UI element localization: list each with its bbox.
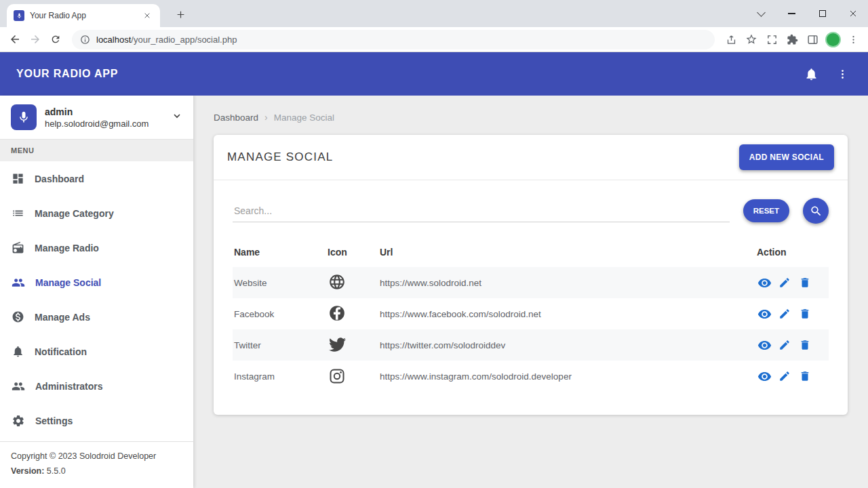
extensions-puzzle-icon[interactable]	[783, 30, 802, 49]
gear-icon	[12, 414, 25, 428]
window-minimize-icon[interactable]	[776, 0, 807, 27]
table-row: Instagram https://www.instagram.com/solo…	[233, 361, 829, 392]
app-title: YOUR RADIO APP	[16, 68, 118, 80]
eye-icon	[757, 338, 772, 352]
cell-url: https://www.instagram.com/solodroid.deve…	[378, 361, 755, 392]
edit-button[interactable]	[777, 369, 792, 384]
share-icon[interactable]	[722, 30, 741, 49]
site-info-icon[interactable]	[80, 35, 90, 45]
sidebar-item-manage-ads[interactable]: Manage Ads	[0, 300, 193, 334]
url-text: localhost/your_radio_app/social.php	[96, 35, 237, 45]
bookmark-star-icon[interactable]	[742, 30, 761, 49]
main-content: Dashboard › Manage Social MANAGE SOCIAL …	[193, 96, 868, 488]
tab-favicon-icon	[14, 10, 24, 21]
edit-button[interactable]	[777, 306, 792, 321]
cell-url: https://www.solodroid.net	[378, 267, 755, 298]
facebook-icon	[328, 304, 347, 323]
refresh-icon[interactable]	[46, 30, 65, 49]
edit-button[interactable]	[777, 275, 792, 290]
browser-menu-kebab-icon[interactable]	[844, 30, 863, 49]
sidebar-item-notification[interactable]: Notification	[0, 334, 193, 369]
forward-icon[interactable]	[26, 30, 45, 49]
edit-button[interactable]	[777, 338, 792, 352]
view-button[interactable]	[757, 275, 772, 290]
sidebar-item-manage-social[interactable]: Manage Social	[0, 265, 193, 300]
column-header-action: Action	[755, 239, 829, 267]
new-tab-button[interactable]	[171, 5, 190, 24]
window-close-icon[interactable]	[837, 0, 868, 27]
browser-tab[interactable]: Your Radio App	[7, 4, 160, 27]
sidebar-item-administrators[interactable]: Administrators	[0, 369, 193, 403]
radio-icon	[12, 241, 24, 254]
search-input[interactable]	[233, 200, 730, 222]
add-new-social-button[interactable]: ADD NEW SOCIAL	[739, 144, 834, 170]
profile-avatar[interactable]	[823, 30, 842, 49]
eye-icon	[757, 369, 772, 384]
profile-avatar-mic-icon	[11, 104, 37, 130]
cell-url: https://www.facebook.com/solodroid.net	[378, 298, 755, 329]
delete-button[interactable]	[797, 369, 812, 384]
cell-name: Facebook	[233, 298, 326, 329]
profile-section[interactable]: admin help.solodroid@gmail.com	[0, 96, 193, 139]
table-row: Facebook https://www.facebook.com/solodr…	[233, 298, 829, 329]
header-menu-kebab-icon[interactable]	[833, 64, 852, 83]
eye-icon	[757, 276, 772, 290]
eye-icon	[757, 307, 772, 321]
window-maximize-icon[interactable]	[807, 0, 837, 27]
app-header: YOUR RADIO APP	[0, 52, 868, 96]
version-text: Version: 5.5.0	[11, 464, 182, 479]
sidebar-item-manage-radio[interactable]: Manage Radio	[0, 230, 193, 265]
dashboard-icon	[12, 172, 24, 185]
view-button[interactable]	[757, 306, 772, 321]
cell-url: https://twitter.com/solodroiddev	[378, 329, 755, 361]
column-header-url: Url	[378, 239, 755, 267]
chevron-down-icon[interactable]	[172, 110, 182, 124]
trash-icon	[799, 277, 811, 289]
table-row: Website https://www.solodroid.net	[233, 267, 829, 298]
delete-button[interactable]	[797, 306, 812, 321]
delete-button[interactable]	[797, 275, 812, 290]
reset-button[interactable]: RESET	[743, 199, 789, 222]
bell-icon	[12, 345, 24, 358]
address-bar[interactable]: localhost/your_radio_app/social.php	[72, 30, 715, 49]
globe-icon	[328, 272, 347, 291]
list-icon	[12, 207, 24, 220]
breadcrumb-dashboard-link[interactable]: Dashboard	[214, 113, 258, 123]
back-icon[interactable]	[5, 30, 24, 49]
pencil-icon	[778, 339, 791, 351]
search-icon	[810, 205, 823, 218]
people-icon	[12, 380, 25, 393]
column-header-name: Name	[233, 239, 326, 267]
browser-tab-strip: Your Radio App	[0, 0, 868, 27]
cell-name: Instagram	[233, 361, 326, 392]
people-icon	[12, 276, 25, 289]
sidebar-item-dashboard[interactable]: Dashboard	[0, 161, 193, 196]
delete-button[interactable]	[797, 338, 812, 352]
sidebar-item-manage-category[interactable]: Manage Category	[0, 196, 193, 230]
copyright-text: Copyright © 2023 Solodroid Developer	[11, 449, 182, 464]
breadcrumb-current: Manage Social	[274, 113, 334, 123]
notifications-bell-icon[interactable]	[802, 64, 821, 83]
view-button[interactable]	[757, 369, 772, 384]
search-button[interactable]	[803, 198, 829, 224]
trash-icon	[799, 370, 811, 382]
menu-section-label: MENU	[0, 139, 193, 161]
pencil-icon	[778, 370, 791, 382]
side-panel-icon[interactable]	[803, 30, 822, 49]
cell-name: Website	[233, 267, 326, 298]
profile-email: help.solodroid@gmail.com	[45, 119, 149, 129]
sidebar-item-settings[interactable]: Settings	[0, 403, 193, 438]
fullscreen-capture-icon[interactable]	[762, 30, 781, 49]
sidebar-footer: Copyright © 2023 Solodroid Developer Ver…	[0, 441, 193, 488]
window-controls	[746, 0, 868, 27]
breadcrumb: Dashboard › Manage Social	[193, 96, 868, 135]
tab-close-icon[interactable]	[141, 9, 153, 22]
profile-name: admin	[45, 106, 149, 117]
dollar-icon	[12, 310, 24, 323]
window-menu-chevron-icon[interactable]	[746, 0, 776, 27]
view-button[interactable]	[757, 338, 772, 352]
instagram-icon	[328, 367, 347, 386]
pencil-icon	[778, 277, 791, 289]
browser-toolbar: localhost/your_radio_app/social.php	[0, 27, 868, 52]
twitter-icon	[328, 335, 347, 354]
